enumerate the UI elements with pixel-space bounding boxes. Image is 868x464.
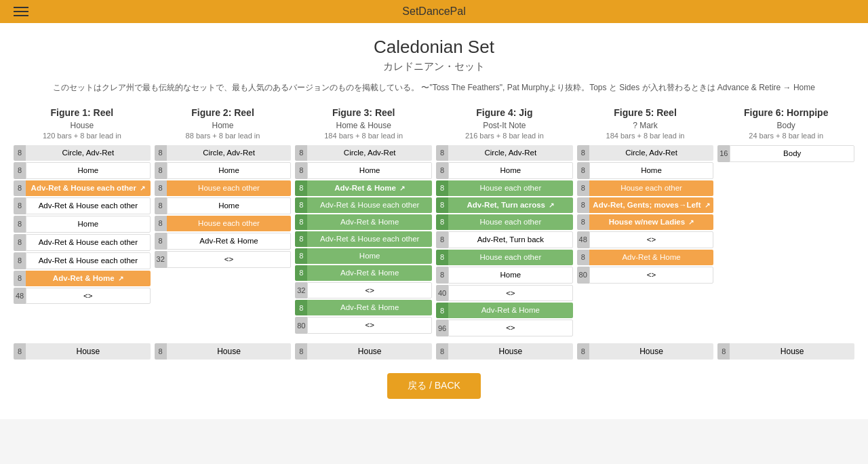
step-num: 8 bbox=[436, 145, 448, 161]
figure-name-fig5: ? Mark bbox=[577, 121, 714, 130]
footer-cell: 8 House bbox=[717, 343, 854, 360]
step-num: 8 bbox=[577, 197, 589, 213]
figure-bars-fig3: 184 bars + 8 bar lead in bbox=[295, 132, 432, 140]
footer-label: House bbox=[307, 343, 432, 360]
step-row: 8Adv-Ret & House each other bbox=[14, 234, 151, 251]
step-row: 80<> bbox=[577, 267, 714, 284]
step-num: 8 bbox=[155, 180, 167, 196]
figure-bars-fig6: 24 bars + 8 bar lead in bbox=[717, 132, 854, 140]
footer-cell: 8 House bbox=[577, 343, 714, 360]
step-row: 40<> bbox=[436, 285, 573, 302]
footer-label: House bbox=[589, 343, 714, 360]
step-row: 8Home bbox=[295, 248, 432, 264]
step-row: 8Adv-Ret & House each other bbox=[295, 231, 432, 247]
step-label: House each other bbox=[167, 180, 292, 196]
step-label[interactable]: Adv-Ret, Gents; moves→Left ↗ bbox=[589, 197, 714, 213]
step-label: House each other bbox=[589, 180, 714, 196]
figure-bars-fig2: 88 bars + 8 bar lead in bbox=[155, 132, 292, 140]
step-row: 8House each other bbox=[155, 180, 292, 196]
step-label: Body bbox=[730, 145, 854, 162]
step-num: 8 bbox=[295, 145, 307, 161]
step-row: 8Home bbox=[155, 162, 292, 179]
footer-row: 8 House 8 House 8 House 8 House 8 House … bbox=[14, 343, 854, 360]
step-label: Adv-Ret & Home bbox=[307, 214, 432, 230]
external-link-icon: ↗ bbox=[688, 218, 694, 226]
step-num: 8 bbox=[436, 267, 448, 284]
step-num: 8 bbox=[14, 216, 26, 233]
menu-button[interactable] bbox=[14, 7, 28, 16]
step-num: 40 bbox=[436, 285, 448, 302]
step-num: 8 bbox=[14, 162, 26, 179]
step-row: 8House each other bbox=[577, 180, 714, 196]
step-row: 8Home bbox=[577, 162, 714, 179]
step-label[interactable]: Adv-Ret & House each other ↗ bbox=[26, 180, 151, 196]
step-label: Home bbox=[307, 248, 432, 264]
figure-header-fig4: Figure 4: Jig bbox=[436, 107, 573, 118]
footer-cell: 8 House bbox=[436, 343, 573, 360]
back-button[interactable]: 戻る / BACK bbox=[387, 373, 481, 399]
figure-header-fig1: Figure 1: Reel bbox=[14, 107, 151, 118]
step-label: Adv-Ret & House each other bbox=[307, 197, 432, 213]
step-label: Circle, Adv-Ret bbox=[307, 145, 432, 161]
step-label[interactable]: Adv-Ret & Home ↗ bbox=[307, 180, 432, 196]
figures-container: Figure 1: Reel House 120 bars + 8 bar le… bbox=[14, 107, 854, 338]
figure-col-fig4: Figure 4: Jig Post-It Note 216 bars + 8 … bbox=[436, 107, 573, 338]
step-label: Home bbox=[26, 216, 151, 233]
step-row: 8Circle, Adv-Ret bbox=[155, 145, 292, 161]
step-label: Circle, Adv-Ret bbox=[448, 145, 573, 161]
figure-bars-fig5: 184 bars + 8 bar lead in bbox=[577, 132, 714, 140]
footer-label: House bbox=[26, 343, 151, 360]
step-num: 8 bbox=[577, 162, 589, 179]
step-row: 8House each other bbox=[436, 214, 573, 230]
app-title: SetDancePal bbox=[402, 5, 465, 18]
step-row: 8Adv-Ret & Home bbox=[155, 233, 292, 250]
step-num: 32 bbox=[295, 282, 307, 299]
figure-name-fig2: Home bbox=[155, 121, 292, 130]
step-row: 80<> bbox=[295, 317, 432, 334]
figure-header-fig2: Figure 2: Reel bbox=[155, 107, 292, 118]
footer-num: 8 bbox=[155, 343, 167, 360]
step-num: 8 bbox=[295, 214, 307, 230]
step-num: 8 bbox=[295, 248, 307, 264]
step-row: 8Circle, Adv-Ret bbox=[577, 145, 714, 161]
step-num: 8 bbox=[577, 180, 589, 196]
step-num: 80 bbox=[295, 317, 307, 334]
external-link-icon: ↗ bbox=[549, 201, 554, 209]
step-num: 8 bbox=[155, 197, 167, 214]
step-label: House each other bbox=[448, 214, 573, 230]
footer-num: 8 bbox=[577, 343, 589, 360]
step-row: 8Adv-Ret & Home bbox=[295, 300, 432, 315]
step-row: 32<> bbox=[295, 282, 432, 299]
step-label[interactable]: Adv-Ret & Home ↗ bbox=[26, 271, 151, 286]
figure-col-fig6: Figure 6: Hornpipe Body 24 bars + 8 bar … bbox=[717, 107, 854, 338]
step-label: <> bbox=[589, 267, 714, 284]
page-description: このセットはクレア州で最も伝統的なセットで、最も人気のあるバージョンのものを掲載… bbox=[14, 81, 854, 94]
step-label: Home bbox=[167, 197, 292, 214]
step-label: Home bbox=[448, 162, 573, 179]
step-label: <> bbox=[448, 320, 573, 336]
step-label[interactable]: House w/new Ladies ↗ bbox=[589, 214, 714, 230]
step-label: Adv-Ret & House each other bbox=[26, 234, 151, 251]
step-num: 80 bbox=[577, 267, 589, 284]
footer-cell: 8 House bbox=[155, 343, 292, 360]
step-num: 8 bbox=[436, 197, 448, 213]
step-num: 8 bbox=[295, 180, 307, 196]
step-row: 96<> bbox=[436, 320, 573, 336]
step-label[interactable]: Adv-Ret, Turn across ↗ bbox=[448, 197, 573, 213]
step-row: 8Adv-Ret & House each other bbox=[295, 197, 432, 213]
step-row: 8House each other bbox=[436, 250, 573, 265]
step-label: Adv-Ret & Home bbox=[167, 233, 292, 250]
step-label: Adv-Ret & Home bbox=[307, 265, 432, 281]
step-num: 8 bbox=[14, 252, 26, 269]
figure-bars-fig1: 120 bars + 8 bar lead in bbox=[14, 132, 151, 140]
step-row: 48<> bbox=[14, 288, 151, 305]
step-num: 32 bbox=[155, 251, 167, 268]
figure-col-fig1: Figure 1: Reel House 120 bars + 8 bar le… bbox=[14, 107, 151, 338]
figure-header-fig5: Figure 5: Reel bbox=[577, 107, 714, 118]
step-num: 8 bbox=[436, 162, 448, 179]
step-row: 8Home bbox=[436, 267, 573, 284]
step-row: 8Adv-Ret & House each other ↗ bbox=[14, 180, 151, 196]
step-num: 8 bbox=[295, 265, 307, 281]
step-label: Home bbox=[589, 162, 714, 179]
footer-cell: 8 House bbox=[14, 343, 151, 360]
